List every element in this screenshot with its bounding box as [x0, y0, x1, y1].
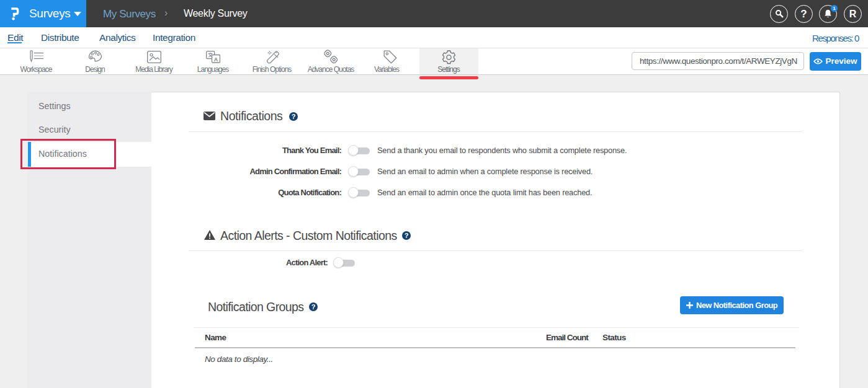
svg-text:A: A [214, 56, 218, 63]
